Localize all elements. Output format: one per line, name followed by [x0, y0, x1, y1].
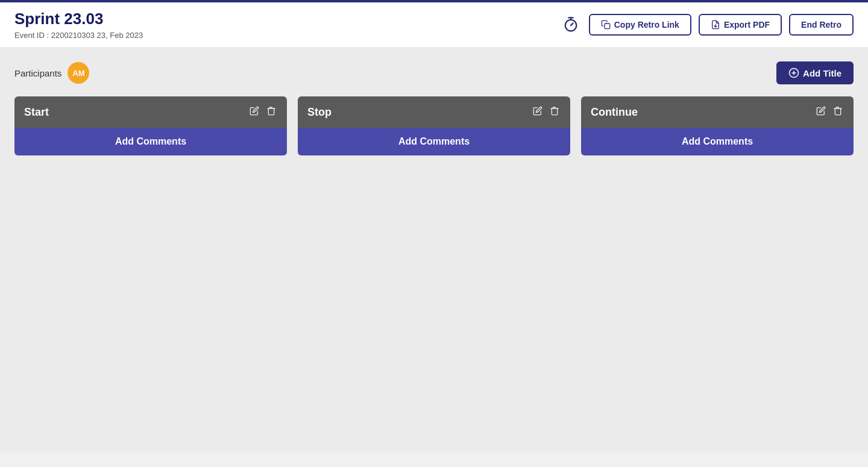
column-start: Start — [14, 96, 287, 155]
export-pdf-button[interactable]: Export PDF — [699, 14, 782, 36]
trash-icon — [550, 106, 559, 116]
participants-label: Participants — [14, 68, 61, 78]
avatar: AM — [68, 62, 89, 84]
participants-row: Participants AM Add Title — [14, 61, 854, 84]
copy-retro-link-label: Copy Retro Link — [614, 20, 679, 30]
svg-line-3 — [571, 24, 573, 26]
timer-icon[interactable] — [560, 14, 582, 36]
column-continue-add-comments-button[interactable]: Add Comments — [581, 128, 854, 155]
end-retro-button[interactable]: End Retro — [789, 14, 854, 36]
header-right: Copy Retro Link Export PDF End Retro — [560, 14, 854, 36]
sprint-title: Sprint 23.03 — [14, 10, 143, 28]
edit-icon — [533, 106, 542, 116]
column-stop-actions — [532, 105, 561, 119]
event-id: Event ID : 2200210303 23, Feb 2023 — [14, 31, 143, 40]
column-continue: Continue — [581, 96, 854, 155]
add-title-button[interactable]: Add Title — [776, 61, 854, 84]
column-stop-title: Stop — [307, 106, 332, 119]
column-start-title: Start — [24, 106, 49, 119]
header: Sprint 23.03 Event ID : 2200210303 23, F… — [0, 0, 868, 47]
column-stop-add-comments-button[interactable]: Add Comments — [298, 128, 570, 155]
copy-icon — [601, 20, 611, 30]
plus-circle-icon — [788, 67, 799, 78]
column-start-header: Start — [14, 96, 287, 128]
trash-icon — [266, 106, 276, 116]
svg-rect-4 — [605, 24, 610, 29]
column-continue-delete-button[interactable] — [832, 105, 844, 119]
end-retro-label: End Retro — [801, 20, 841, 30]
column-stop: Stop — [298, 96, 570, 155]
column-stop-header: Stop — [298, 96, 570, 128]
edit-icon — [250, 106, 259, 116]
export-icon — [711, 20, 720, 30]
column-start-add-comments-button[interactable]: Add Comments — [14, 128, 287, 155]
column-start-actions — [248, 105, 277, 119]
column-stop-delete-button[interactable] — [549, 105, 561, 119]
column-stop-add-comments-label: Add Comments — [398, 136, 470, 146]
column-start-edit-button[interactable] — [248, 105, 260, 119]
column-continue-header: Continue — [581, 96, 854, 128]
copy-retro-link-button[interactable]: Copy Retro Link — [589, 14, 691, 36]
edit-icon — [816, 106, 826, 116]
column-continue-edit-button[interactable] — [815, 105, 827, 119]
trash-icon — [833, 106, 843, 116]
column-continue-add-comments-label: Add Comments — [682, 136, 753, 146]
column-stop-edit-button[interactable] — [532, 105, 544, 119]
participants-left: Participants AM — [14, 62, 89, 84]
column-continue-actions — [815, 105, 844, 119]
header-left: Sprint 23.03 Event ID : 2200210303 23, F… — [14, 10, 143, 40]
export-pdf-label: Export PDF — [724, 20, 770, 30]
column-start-add-comments-label: Add Comments — [115, 136, 186, 146]
main-content: Participants AM Add Title Start — [0, 47, 868, 451]
columns-container: Start — [14, 96, 854, 155]
column-start-delete-button[interactable] — [265, 105, 277, 119]
column-continue-title: Continue — [591, 106, 638, 119]
add-title-label: Add Title — [803, 68, 841, 78]
